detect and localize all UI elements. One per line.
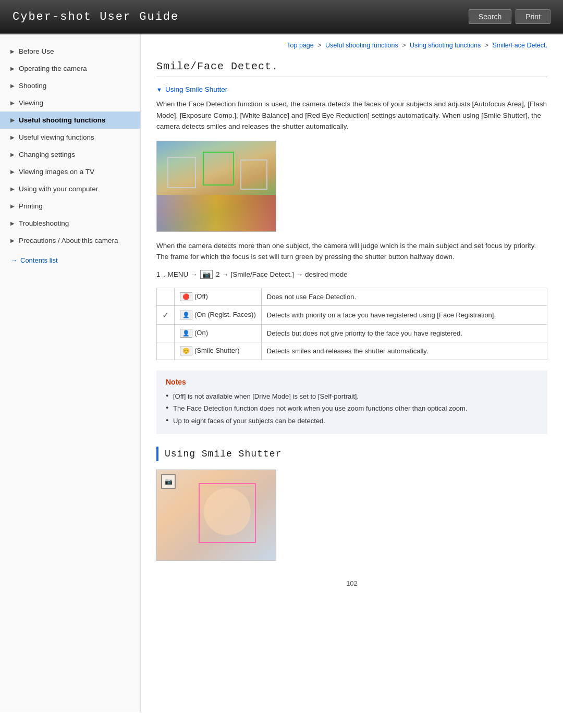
table-desc-3: Detects smiles and releases the shutter …: [261, 342, 547, 360]
face-rect-1: [167, 157, 196, 188]
page-title: Smile/Face Detect.: [156, 54, 547, 77]
sidebar-item-label-2: Shooting: [19, 82, 46, 90]
header-buttons: Search Print: [469, 9, 550, 24]
face-rect-2: [203, 152, 234, 186]
para-after-image: When the camera detects more than one su…: [156, 240, 547, 263]
table-desc-1: Detects with priority on a face you have…: [261, 305, 547, 324]
camera-icon-box: 📷: [161, 474, 176, 489]
table-desc-2: Detects but does not give priority to th…: [261, 324, 547, 342]
sidebar-item-3[interactable]: Viewing: [0, 94, 140, 112]
detect-table: 🔴(Off)Does not use Face Detection.✓👤(On …: [156, 288, 547, 360]
table-icon-2: 👤(On): [175, 324, 262, 342]
sidebar-item-label-3: Viewing: [19, 99, 43, 107]
breadcrumb-using-shooting[interactable]: Using shooting functions: [410, 42, 481, 49]
sidebar-item-10[interactable]: Troubleshooting: [0, 215, 140, 232]
sidebar-arrow-1: [10, 66, 15, 71]
search-button[interactable]: Search: [469, 9, 511, 24]
main-content: Top page > Useful shooting functions > U…: [141, 34, 563, 712]
face-rect-3: [240, 159, 267, 190]
sidebar-item-9[interactable]: Printing: [0, 198, 140, 215]
sidebar-arrow-6: [10, 152, 15, 157]
sidebar-arrow-9: [10, 203, 15, 209]
note-item-2: Up to eight faces of your subjects can b…: [166, 415, 538, 427]
sidebar-item-label-6: Changing settings: [19, 151, 75, 158]
sidebar-item-5[interactable]: Useful viewing functions: [0, 129, 140, 146]
sidebar-arrow-3: [10, 100, 15, 106]
breadcrumb-useful-shooting[interactable]: Useful shooting functions: [325, 42, 398, 49]
face-circle: [204, 488, 251, 535]
breadcrumb-smile-face[interactable]: Smile/Face Detect.: [492, 42, 547, 49]
page-number: 102: [156, 569, 547, 593]
sidebar-arrow-8: [10, 186, 15, 192]
table-icon-3: 😊(Smile Shutter): [175, 342, 262, 360]
sidebar-item-label-5: Useful viewing functions: [19, 133, 94, 141]
sidebar-arrow-0: [10, 48, 15, 54]
sidebar-item-7[interactable]: Viewing images on a TV: [0, 163, 140, 180]
using-smile-shutter-link[interactable]: Using Smile Shutter: [156, 85, 547, 93]
table-check-1: ✓: [157, 305, 175, 324]
table-row-1: ✓👤(On (Regist. Faces))Detects with prior…: [157, 305, 547, 324]
sidebar-item-label-8: Using with your computer: [19, 185, 98, 193]
section2-heading: Using Smile Shutter: [156, 447, 547, 461]
sidebar-item-label-1: Operating the camera: [19, 65, 87, 72]
sidebar-arrow-5: [10, 134, 15, 140]
sidebar-item-0[interactable]: Before Use: [0, 43, 140, 60]
sidebar-item-label-9: Printing: [19, 202, 43, 210]
sidebar-arrow-10: [10, 220, 15, 226]
notes-title: Notes: [166, 378, 538, 386]
sidebar-arrow-11: [10, 238, 15, 243]
notes-box: Notes [Off] is not available when [Drive…: [156, 371, 547, 435]
breadcrumb-top[interactable]: Top page: [287, 42, 313, 49]
sidebar-item-label-10: Troubleshooting: [19, 219, 69, 227]
contents-list-link[interactable]: Contents list: [0, 249, 140, 272]
sidebar-item-label-0: Before Use: [19, 47, 54, 55]
intro-text: When the Face Detection function is used…: [156, 98, 547, 132]
face-detection-image: [156, 141, 276, 232]
breadcrumb: Top page > Useful shooting functions > U…: [156, 34, 547, 54]
table-desc-0: Does not use Face Detection.: [261, 288, 547, 305]
note-item-0: [Off] is not available when [Drive Mode]…: [166, 390, 538, 403]
sidebar-item-2[interactable]: Shooting: [0, 77, 140, 94]
table-check-2: [157, 324, 175, 342]
sidebar-arrow-2: [10, 83, 15, 89]
sidebar-item-8[interactable]: Using with your computer: [0, 180, 140, 198]
table-row-0: 🔴(Off)Does not use Face Detection.: [157, 288, 547, 305]
camera-icon: 📷: [200, 270, 213, 279]
sidebar: Before UseOperating the cameraShootingVi…: [0, 34, 141, 712]
sidebar-item-4[interactable]: Useful shooting functions: [0, 112, 140, 129]
table-row-2: 👤(On)Detects but does not give priority …: [157, 324, 547, 342]
sidebar-item-label-11: Precautions / About this camera: [19, 237, 118, 244]
table-row-3: 😊(Smile Shutter)Detects smiles and relea…: [157, 342, 547, 360]
table-icon-0: 🔴(Off): [175, 288, 262, 305]
table-check-0: [157, 288, 175, 305]
note-item-1: The Face Detection function does not wor…: [166, 402, 538, 415]
sidebar-item-6[interactable]: Changing settings: [0, 146, 140, 163]
sidebar-item-label-4: Useful shooting functions: [19, 116, 106, 124]
sidebar-item-label-7: Viewing images on a TV: [19, 168, 94, 176]
layout: Before UseOperating the cameraShootingVi…: [0, 34, 563, 712]
smile-shutter-image: 📷: [156, 470, 276, 561]
sidebar-arrow-7: [10, 169, 15, 175]
notes-list: [Off] is not available when [Drive Mode]…: [166, 390, 538, 427]
menu-instruction: 1．MENU → 📷 2 → [Smile/Face Detect.] → de…: [156, 270, 547, 279]
sidebar-item-1[interactable]: Operating the camera: [0, 60, 140, 77]
app-title: Cyber-shot User Guide: [13, 10, 179, 23]
sidebar-item-11[interactable]: Precautions / About this camera: [0, 232, 140, 249]
table-check-3: [157, 342, 175, 360]
print-button[interactable]: Print: [516, 9, 550, 24]
table-icon-1: 👤(On (Regist. Faces)): [175, 305, 262, 324]
sidebar-arrow-4: [10, 117, 15, 123]
header: Cyber-shot User Guide Search Print: [0, 0, 563, 34]
